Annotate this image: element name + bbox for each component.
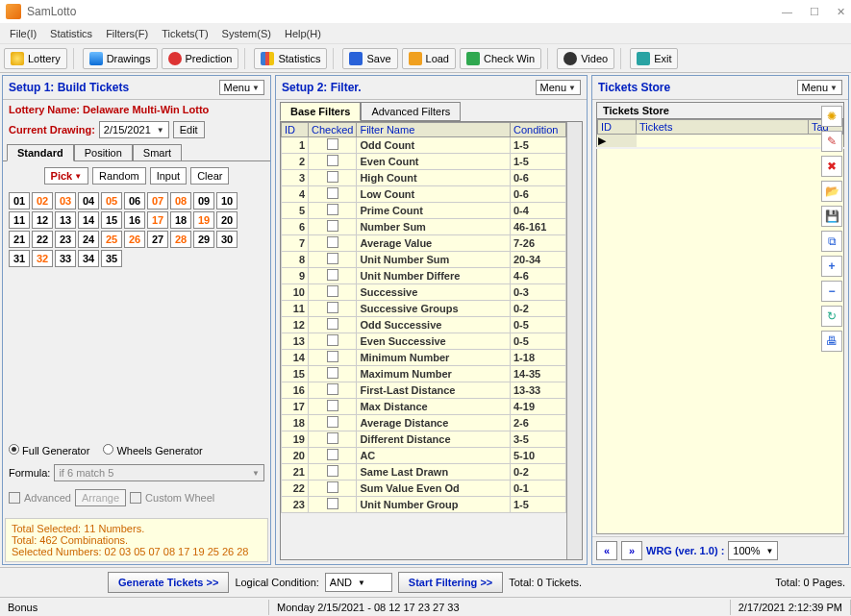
number-cell[interactable]: 05	[101, 192, 122, 209]
table-row[interactable]: 14Minimum Number1-18	[282, 350, 566, 366]
number-cell[interactable]: 07	[147, 192, 168, 209]
col-ts-id[interactable]: ID	[598, 120, 637, 135]
panel1-menu-button[interactable]: Menu	[219, 80, 264, 95]
random-button[interactable]: Random	[92, 167, 146, 185]
cell-checked[interactable]	[309, 252, 357, 268]
generate-tickets-button[interactable]: Generate Tickets >>	[108, 572, 229, 593]
number-cell[interactable]: 03	[55, 192, 76, 209]
number-cell[interactable]: 09	[193, 192, 214, 209]
number-cell[interactable]: 25	[101, 231, 122, 248]
number-cell[interactable]: 19	[193, 211, 214, 229]
cell-checked[interactable]	[309, 219, 357, 235]
side-refresh-button[interactable]: ↻	[821, 306, 842, 327]
input-button[interactable]: Input	[150, 167, 187, 185]
table-row[interactable]: 11Successive Groups0-2	[282, 301, 566, 317]
menu-tickets[interactable]: Tickets(T)	[158, 26, 212, 41]
pick-button[interactable]: Pick	[44, 167, 89, 185]
number-cell[interactable]: 21	[9, 231, 30, 248]
fullgen-radio[interactable]: Full Generator	[9, 444, 89, 456]
filter-scrollbar[interactable]	[566, 122, 582, 559]
col-checked[interactable]: Checked	[309, 123, 357, 137]
table-row[interactable]: 23Unit Number Group1-5	[282, 497, 566, 513]
cell-checked[interactable]	[309, 350, 357, 366]
cell-checked[interactable]	[309, 366, 357, 382]
cell-checked[interactable]	[309, 415, 357, 431]
formula-combo[interactable]: if 6 match 5	[54, 464, 264, 481]
checkwin-button[interactable]: Check Win	[460, 48, 541, 69]
number-cell[interactable]: 11	[9, 211, 30, 229]
side-save-button[interactable]: 💾	[821, 206, 842, 227]
number-cell[interactable]: 28	[170, 231, 191, 248]
number-cell[interactable]: 01	[9, 192, 30, 209]
tab-smart[interactable]: Smart	[133, 144, 182, 160]
cell-checked[interactable]	[309, 431, 357, 448]
table-row[interactable]: 8Unit Number Sum20-34	[282, 252, 566, 268]
table-row[interactable]: ▶	[598, 135, 843, 148]
number-cell[interactable]: 22	[32, 231, 53, 248]
cell-checked[interactable]	[309, 154, 357, 170]
side-open-button[interactable]: 📂	[821, 181, 842, 202]
tab-base-filters[interactable]: Base Filters	[280, 102, 361, 121]
menu-help[interactable]: Help(H)	[281, 26, 325, 41]
logical-condition-select[interactable]: AND	[325, 573, 392, 592]
cell-checked[interactable]	[309, 235, 357, 252]
zoom-select[interactable]: 100%	[728, 541, 778, 560]
table-row[interactable]: 20AC5-10	[282, 448, 566, 464]
table-row[interactable]: 9Unit Number Differe4-6	[282, 268, 566, 284]
cell-checked[interactable]	[309, 464, 357, 480]
clear-button[interactable]: Clear	[190, 167, 229, 185]
table-row[interactable]: 10Successive0-3	[282, 284, 566, 301]
number-cell[interactable]: 16	[124, 211, 145, 229]
table-row[interactable]: 6Number Sum46-161	[282, 219, 566, 235]
number-cell[interactable]: 35	[101, 250, 122, 267]
minimize-button[interactable]: —	[782, 6, 792, 18]
number-cell[interactable]: 32	[32, 250, 53, 267]
table-row[interactable]: 15Maximum Number14-35	[282, 366, 566, 382]
table-row[interactable]: 17Max Distance4-19	[282, 399, 566, 415]
side-remove-button[interactable]: −	[821, 281, 842, 302]
cell-checked[interactable]	[309, 317, 357, 333]
col-id[interactable]: ID	[282, 123, 309, 137]
menu-system[interactable]: System(S)	[218, 26, 275, 41]
current-drawing-date[interactable]: 2/15/2021	[99, 121, 169, 138]
number-cell[interactable]: 31	[9, 250, 30, 267]
nav-next-button[interactable]: »	[621, 541, 642, 560]
nav-first-button[interactable]: «	[596, 541, 617, 560]
lottery-button[interactable]: Lottery	[4, 48, 67, 69]
number-cell[interactable]: 06	[124, 192, 145, 209]
table-row[interactable]: 22Sum Value Even Od0-1	[282, 480, 566, 497]
number-cell[interactable]: 02	[32, 192, 53, 209]
side-edit-button[interactable]: ✎	[821, 131, 842, 152]
cell-checked[interactable]	[309, 186, 357, 203]
table-row[interactable]: 18Average Distance2-6	[282, 415, 566, 431]
table-row[interactable]: 2Even Count1-5	[282, 154, 566, 170]
number-cell[interactable]: 33	[55, 250, 76, 267]
cell-checked[interactable]	[309, 170, 357, 186]
tab-standard[interactable]: Standard	[7, 144, 74, 161]
maximize-button[interactable]: ☐	[810, 6, 819, 18]
cell-checked[interactable]	[309, 268, 357, 284]
menu-filters[interactable]: Filters(F)	[102, 26, 152, 41]
table-row[interactable]: 7Average Value7-26	[282, 235, 566, 252]
number-cell[interactable]: 12	[32, 211, 53, 229]
number-cell[interactable]: 10	[216, 192, 238, 209]
side-delete-button[interactable]: ✖	[821, 156, 842, 177]
col-condition[interactable]: Condition	[511, 123, 566, 137]
menu-file[interactable]: File(I)	[6, 26, 40, 41]
table-row[interactable]: 21Same Last Drawn0-2	[282, 464, 566, 480]
table-row[interactable]: 16First-Last Distance13-33	[282, 382, 566, 399]
number-cell[interactable]: 34	[78, 250, 99, 267]
cell-checked[interactable]	[309, 382, 357, 399]
number-cell[interactable]: 23	[55, 231, 76, 248]
number-cell[interactable]: 04	[78, 192, 99, 209]
wheelsgen-radio[interactable]: Wheels Generator	[103, 444, 202, 456]
statistics-button[interactable]: Statistics	[254, 48, 327, 69]
number-cell[interactable]: 30	[216, 231, 238, 248]
close-button[interactable]: ✕	[837, 6, 845, 18]
video-button[interactable]: Video	[557, 48, 614, 69]
prediction-button[interactable]: Prediction	[162, 48, 239, 69]
cell-checked[interactable]	[309, 497, 357, 513]
number-cell[interactable]: 13	[55, 211, 76, 229]
number-cell[interactable]: 27	[147, 231, 168, 248]
cell-checked[interactable]	[309, 137, 357, 154]
